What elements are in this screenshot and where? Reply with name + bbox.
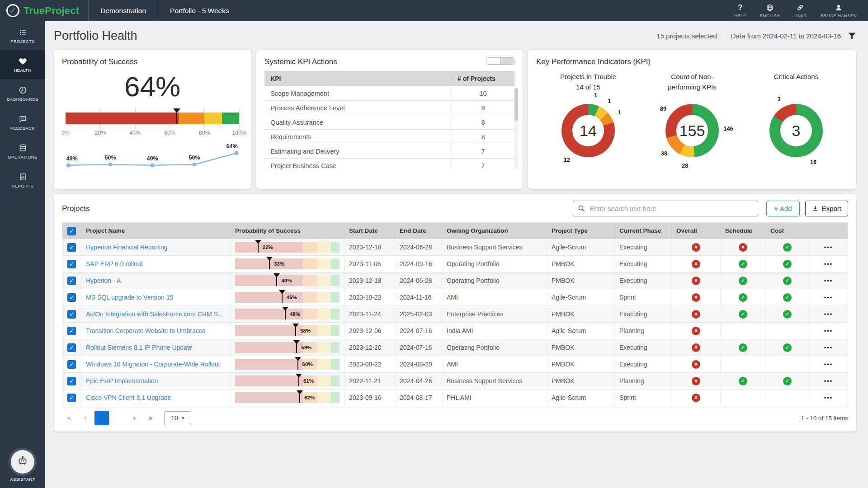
column-header-current-phase[interactable]: Current Phase <box>615 223 672 239</box>
project-link[interactable]: Transition Corporate Website to Umbracco <box>86 327 206 334</box>
row-checkbox[interactable]: ✓ <box>67 293 76 302</box>
projects-title: Projects <box>62 204 90 213</box>
row-checkbox[interactable]: ✓ <box>67 260 76 268</box>
sidebar-item[interactable]: REPORTS <box>0 166 45 195</box>
sidebar-item[interactable]: FEEDBACK <box>0 108 45 137</box>
project-link[interactable]: Hyperion Financial Reporting <box>86 244 168 251</box>
svg-text:49%: 49% <box>147 155 158 162</box>
status-good-icon: ✓ <box>783 293 792 302</box>
project-link[interactable]: Hyperion - A <box>86 277 121 284</box>
search-input[interactable] <box>573 201 758 216</box>
donut-segment-label: 89 <box>660 106 666 112</box>
status-bad-icon: × <box>692 343 700 352</box>
table-row: ✓ Rollout Siemens 8.1 IP Phone Update 59… <box>62 339 848 356</box>
owning-organization: AMI <box>442 356 547 372</box>
nav-action-button[interactable]: LINKS <box>787 0 813 21</box>
row-actions-menu-icon[interactable] <box>824 394 833 401</box>
column-header-probability[interactable]: Probability of Success <box>231 223 344 239</box>
nav-action-button[interactable]: ? HELP <box>727 0 753 21</box>
nav-item-portfolio[interactable]: Portfolio - 5 Weeks <box>158 0 241 21</box>
row-checkbox[interactable]: ✓ <box>67 310 76 319</box>
status-empty <box>783 360 792 369</box>
row-actions-menu-icon[interactable] <box>824 328 833 334</box>
column-header-owning-org[interactable]: Owning Organization <box>442 223 547 239</box>
donut-chart: 3 <box>769 104 823 157</box>
add-button[interactable]: Add <box>766 201 800 216</box>
first-page-button[interactable] <box>62 411 76 425</box>
project-link[interactable]: Windows 10 Migration - Corporate-Wide Ro… <box>86 361 220 368</box>
assistant-button[interactable]: ASSISTANT <box>0 450 45 482</box>
row-actions-menu-icon[interactable] <box>824 277 833 284</box>
nav-action-button[interactable]: BRUCE HANSEN <box>814 0 863 21</box>
probability-minibar: 62% <box>235 392 340 403</box>
project-link[interactable]: ActOn Integration with SalesForce.com CR… <box>86 310 223 318</box>
row-checkbox[interactable]: ✓ <box>67 394 76 402</box>
status-bad-icon: × <box>692 243 700 252</box>
sidebar-item[interactable]: PROJECTS <box>0 21 45 50</box>
start-date: 2023-12-06 <box>344 323 395 339</box>
scrollbar-thumb[interactable] <box>514 88 518 121</box>
page-size-select[interactable]: 10 <box>164 411 191 425</box>
toggle-button[interactable] <box>486 58 500 64</box>
probability-label: 40% <box>281 278 292 283</box>
last-page-button[interactable] <box>143 411 158 425</box>
svg-text:50%: 50% <box>189 155 200 161</box>
row-checkbox[interactable]: ✓ <box>67 377 76 385</box>
column-header-end-date[interactable]: End Date <box>395 223 442 239</box>
page-number-button[interactable] <box>94 411 109 425</box>
start-date: 2023-11-24 <box>344 306 395 322</box>
nav-item-demonstration[interactable]: Demonstration <box>88 0 158 21</box>
column-header-start-date[interactable]: Start Date <box>344 223 395 239</box>
row-actions-menu-icon[interactable] <box>824 344 833 351</box>
probability-marker-icon <box>274 273 280 286</box>
divider <box>724 31 724 41</box>
status-bad-icon: × <box>692 293 700 302</box>
select-all-checkbox[interactable]: ✓ <box>67 227 76 235</box>
sidebar-item[interactable]: HEALTH <box>0 50 45 79</box>
reports-document-icon <box>19 172 27 181</box>
project-link[interactable]: SAP ERP 6.0 rollout <box>86 260 143 267</box>
row-checkbox[interactable]: ✓ <box>67 327 76 335</box>
row-actions-menu-icon[interactable] <box>824 294 833 301</box>
table-row: ✓ Cisco VPN Client 3.1 Upgrade 62% 2023-… <box>62 389 848 406</box>
project-link[interactable]: Epic ERP Implementation <box>86 377 158 385</box>
filter-icon[interactable] <box>848 32 856 40</box>
status-empty <box>783 327 792 335</box>
donut-segment-label: 3 <box>777 96 780 102</box>
page-number-button[interactable] <box>111 411 125 425</box>
row-checkbox[interactable]: ✓ <box>67 277 76 285</box>
row-checkbox[interactable]: ✓ <box>67 360 76 369</box>
project-link[interactable]: MS SQL upgrade to Version 15 <box>86 294 173 301</box>
next-page-button[interactable] <box>127 411 142 425</box>
kpi-column-header: KPI <box>264 75 451 82</box>
column-header-project-type[interactable]: Project Type <box>547 223 615 239</box>
row-actions-menu-icon[interactable] <box>824 378 833 385</box>
owning-organization: Business Support Services <box>442 239 547 255</box>
brand[interactable]: ✓ TrueProject <box>0 0 88 21</box>
toggle-button[interactable] <box>500 58 514 64</box>
sidebar-item[interactable]: OPERATIONS <box>0 137 45 166</box>
nav-action-button[interactable]: ENGLISH <box>753 0 787 21</box>
row-checkbox[interactable]: ✓ <box>67 343 76 352</box>
column-header-project-name[interactable]: Project Name <box>81 223 231 239</box>
search-box <box>573 201 758 216</box>
export-button[interactable]: Export <box>805 201 848 216</box>
end-date: 2024-08-20 <box>395 356 442 372</box>
project-link[interactable]: Cisco VPN Client 3.1 Upgrade <box>86 394 171 401</box>
column-header-cost[interactable]: Cost <box>766 223 809 239</box>
row-checkbox[interactable]: ✓ <box>67 243 76 252</box>
previous-page-button[interactable] <box>78 411 93 425</box>
start-date: 2023-11-06 <box>344 256 395 272</box>
row-actions-menu-icon[interactable] <box>824 361 833 368</box>
row-actions-menu-icon[interactable] <box>824 261 833 267</box>
download-icon <box>812 205 819 212</box>
row-actions-menu-icon[interactable] <box>824 311 833 318</box>
project-link[interactable]: Rollout Siemens 8.1 IP Phone Update <box>86 344 193 351</box>
table-row: ✓ Hyperion Financial Reporting 22% 2023-… <box>62 239 848 256</box>
column-header-overall[interactable]: Overall <box>672 223 721 239</box>
row-actions-menu-icon[interactable] <box>824 244 833 251</box>
probability-marker-icon <box>282 307 288 319</box>
sidebar-item[interactable]: DASHBOARDS <box>0 79 45 108</box>
column-header-schedule[interactable]: Schedule <box>721 223 766 239</box>
project-type: PMBOK <box>547 272 615 289</box>
